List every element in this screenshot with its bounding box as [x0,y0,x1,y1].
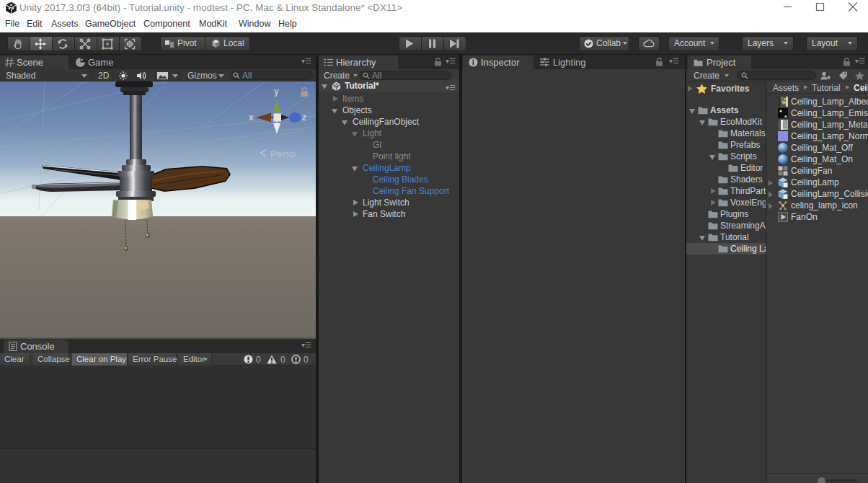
svg-text:x: x [249,112,254,123]
svg-text:z: z [302,112,306,123]
svg-text:Persp: Persp [270,149,296,159]
svg-text:y: y [274,87,279,97]
